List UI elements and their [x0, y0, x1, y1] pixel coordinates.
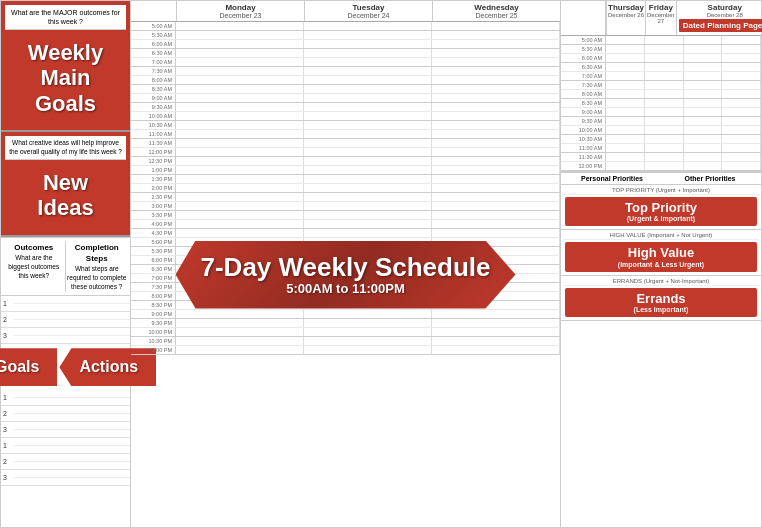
schedule-cell[interactable] — [304, 130, 432, 138]
right-schedule-cell[interactable] — [606, 63, 645, 71]
schedule-cell[interactable] — [176, 184, 304, 192]
right-schedule-cell[interactable] — [606, 135, 645, 143]
schedule-cell[interactable] — [176, 256, 304, 264]
schedule-cell[interactable] — [176, 40, 304, 48]
right-schedule-cell[interactable] — [606, 54, 645, 62]
schedule-cell[interactable] — [304, 274, 432, 282]
right-schedule-cell[interactable] — [722, 81, 761, 89]
schedule-cell[interactable] — [304, 94, 432, 102]
schedule-cell[interactable] — [176, 319, 304, 327]
schedule-cell[interactable] — [304, 166, 432, 174]
right-schedule-cell[interactable] — [645, 135, 684, 143]
right-schedule-cell[interactable] — [722, 144, 761, 152]
right-schedule-cell[interactable] — [645, 144, 684, 152]
schedule-cell[interactable] — [176, 220, 304, 228]
schedule-cell[interactable] — [432, 301, 560, 309]
schedule-cell[interactable] — [432, 319, 560, 327]
schedule-cell[interactable] — [176, 121, 304, 129]
right-schedule-cell[interactable] — [684, 45, 723, 53]
schedule-cell[interactable] — [304, 31, 432, 39]
right-schedule-cell[interactable] — [645, 99, 684, 107]
schedule-cell[interactable] — [432, 139, 560, 147]
schedule-cell[interactable] — [176, 76, 304, 84]
right-schedule-cell[interactable] — [606, 36, 645, 44]
schedule-cell[interactable] — [176, 139, 304, 147]
schedule-cell[interactable] — [176, 247, 304, 255]
right-schedule-cell[interactable] — [645, 162, 684, 170]
right-schedule-cell[interactable] — [606, 99, 645, 107]
dated-planning-button[interactable]: Dated Planning Pages — [679, 19, 762, 32]
schedule-cell[interactable] — [304, 58, 432, 66]
right-schedule-cell[interactable] — [722, 63, 761, 71]
schedule-cell[interactable] — [432, 103, 560, 111]
schedule-cell[interactable] — [176, 22, 304, 30]
right-schedule-cell[interactable] — [684, 144, 723, 152]
right-schedule-cell[interactable] — [722, 162, 761, 170]
schedule-cell[interactable] — [304, 193, 432, 201]
schedule-cell[interactable] — [432, 67, 560, 75]
schedule-cell[interactable] — [176, 211, 304, 219]
schedule-cell[interactable] — [176, 112, 304, 120]
right-schedule-cell[interactable] — [606, 45, 645, 53]
schedule-cell[interactable] — [432, 247, 560, 255]
schedule-cell[interactable] — [304, 292, 432, 300]
schedule-cell[interactable] — [432, 238, 560, 246]
schedule-cell[interactable] — [176, 193, 304, 201]
schedule-cell[interactable] — [176, 103, 304, 111]
schedule-cell[interactable] — [304, 337, 432, 345]
right-schedule-cell[interactable] — [645, 117, 684, 125]
right-schedule-cell[interactable] — [606, 153, 645, 161]
schedule-cell[interactable] — [432, 337, 560, 345]
right-schedule-cell[interactable] — [722, 72, 761, 80]
right-schedule-cell[interactable] — [684, 162, 723, 170]
schedule-cell[interactable] — [176, 175, 304, 183]
schedule-cell[interactable] — [432, 202, 560, 210]
schedule-cell[interactable] — [304, 121, 432, 129]
schedule-cell[interactable] — [432, 130, 560, 138]
schedule-cell[interactable] — [304, 301, 432, 309]
schedule-cell[interactable] — [176, 292, 304, 300]
right-schedule-cell[interactable] — [684, 90, 723, 98]
schedule-cell[interactable] — [176, 157, 304, 165]
schedule-cell[interactable] — [432, 310, 560, 318]
schedule-cell[interactable] — [304, 238, 432, 246]
right-schedule-cell[interactable] — [722, 90, 761, 98]
schedule-cell[interactable] — [432, 256, 560, 264]
schedule-cell[interactable] — [176, 337, 304, 345]
schedule-cell[interactable] — [176, 283, 304, 291]
right-schedule-cell[interactable] — [722, 45, 761, 53]
schedule-cell[interactable] — [304, 247, 432, 255]
right-schedule-cell[interactable] — [645, 54, 684, 62]
schedule-cell[interactable] — [304, 328, 432, 336]
right-schedule-cell[interactable] — [606, 162, 645, 170]
schedule-cell[interactable] — [304, 175, 432, 183]
schedule-cell[interactable] — [304, 112, 432, 120]
schedule-cell[interactable] — [432, 175, 560, 183]
schedule-cell[interactable] — [432, 112, 560, 120]
schedule-cell[interactable] — [176, 229, 304, 237]
right-schedule-cell[interactable] — [722, 135, 761, 143]
schedule-cell[interactable] — [304, 184, 432, 192]
right-schedule-cell[interactable] — [645, 36, 684, 44]
right-schedule-cell[interactable] — [684, 63, 723, 71]
schedule-cell[interactable] — [304, 229, 432, 237]
schedule-cell[interactable] — [304, 76, 432, 84]
schedule-cell[interactable] — [432, 76, 560, 84]
schedule-cell[interactable] — [432, 166, 560, 174]
schedule-cell[interactable] — [432, 58, 560, 66]
schedule-cell[interactable] — [304, 85, 432, 93]
schedule-cell[interactable] — [304, 49, 432, 57]
schedule-cell[interactable] — [432, 346, 560, 354]
schedule-cell[interactable] — [304, 256, 432, 264]
schedule-cell[interactable] — [304, 346, 432, 354]
right-schedule-cell[interactable] — [645, 108, 684, 116]
schedule-cell[interactable] — [176, 238, 304, 246]
schedule-cell[interactable] — [176, 148, 304, 156]
schedule-cell[interactable] — [432, 22, 560, 30]
right-schedule-cell[interactable] — [722, 126, 761, 134]
schedule-cell[interactable] — [432, 40, 560, 48]
schedule-cell[interactable] — [432, 94, 560, 102]
schedule-cell[interactable] — [432, 265, 560, 273]
schedule-cell[interactable] — [176, 346, 304, 354]
right-schedule-cell[interactable] — [684, 72, 723, 80]
